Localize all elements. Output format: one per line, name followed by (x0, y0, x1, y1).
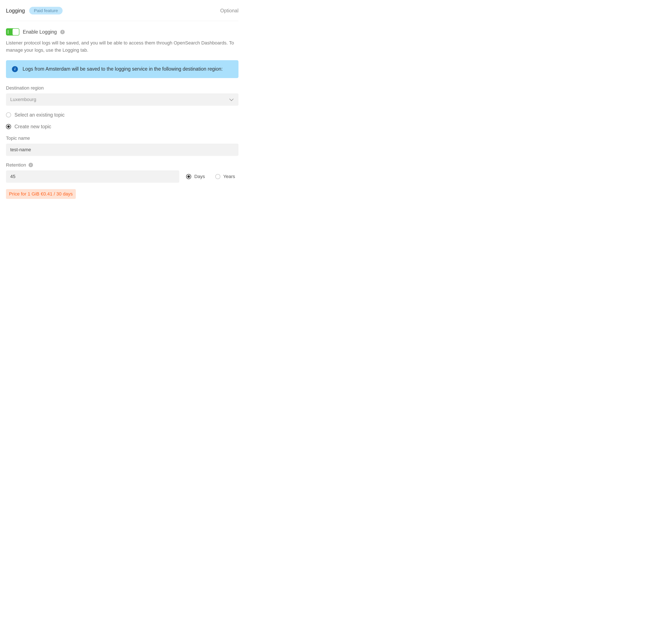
header-left: Logging Paid feature (6, 7, 63, 14)
retention-label-row: Retention i (6, 162, 238, 168)
topic-name-label: Topic name (6, 136, 238, 141)
section-header: Logging Paid feature Optional (6, 7, 238, 21)
radio-label: Create new topic (14, 124, 51, 130)
optional-label: Optional (220, 8, 238, 13)
helper-text: Listener protocol logs will be saved, an… (6, 39, 238, 54)
unit-years-group[interactable]: Years (215, 174, 238, 179)
radio-button (6, 112, 11, 117)
info-icon[interactable]: i (60, 30, 65, 34)
retention-input[interactable] (6, 170, 179, 183)
radio-button (186, 174, 191, 179)
toggle-knob (12, 29, 19, 35)
unit-days-group[interactable]: Days (186, 174, 208, 179)
radio-button (6, 124, 11, 129)
retention-label: Retention (6, 162, 26, 168)
info-icon: i (12, 66, 18, 72)
section-title: Logging (6, 8, 25, 14)
retention-row: Days Years (6, 170, 238, 183)
enable-logging-toggle[interactable] (6, 28, 20, 36)
enable-logging-label: Enable Logging (23, 29, 57, 35)
unit-years-label: Years (223, 174, 235, 179)
radio-label: Select an existing topic (14, 112, 65, 118)
radio-create-topic[interactable]: Create new topic (6, 124, 238, 130)
info-banner: i Logs from Amsterdam will be saved to t… (6, 60, 238, 78)
radio-existing-topic[interactable]: Select an existing topic (6, 112, 238, 118)
radio-button (215, 174, 220, 179)
unit-days-label: Days (194, 174, 205, 179)
destination-region-label: Destination region (6, 85, 238, 91)
price-badge: Price for 1 GiB €0.41 / 30 days (6, 189, 76, 199)
info-icon[interactable]: i (29, 163, 33, 167)
content-area: Enable Logging i Listener protocol logs … (6, 21, 238, 199)
retention-input-wrap (6, 170, 179, 183)
info-banner-text: Logs from Amsterdam will be saved to the… (23, 65, 223, 73)
chevron-down-icon (229, 97, 233, 101)
destination-region-value: Luxembourg (10, 97, 36, 102)
topic-name-input[interactable] (6, 144, 238, 156)
destination-region-select[interactable]: Luxembourg (6, 93, 238, 106)
enable-logging-row: Enable Logging i (6, 28, 238, 36)
paid-feature-badge: Paid feature (29, 7, 63, 14)
